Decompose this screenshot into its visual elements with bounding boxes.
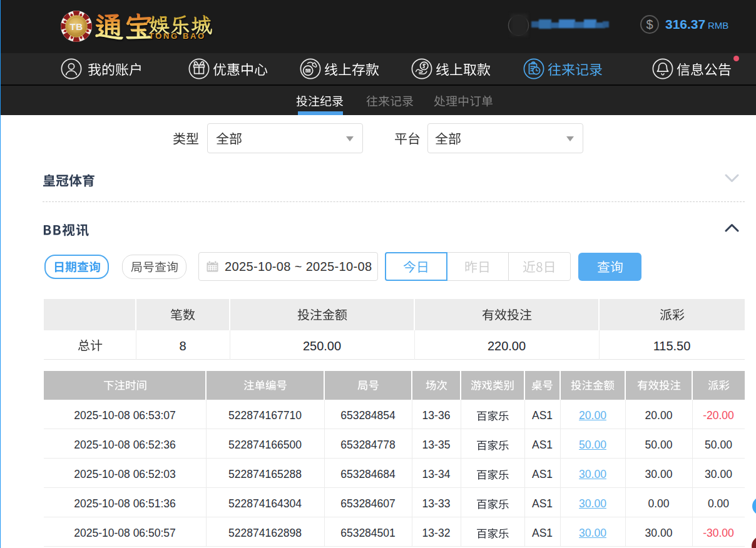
svg-text:TB: TB — [70, 21, 83, 32]
svg-text:$: $ — [646, 18, 653, 31]
